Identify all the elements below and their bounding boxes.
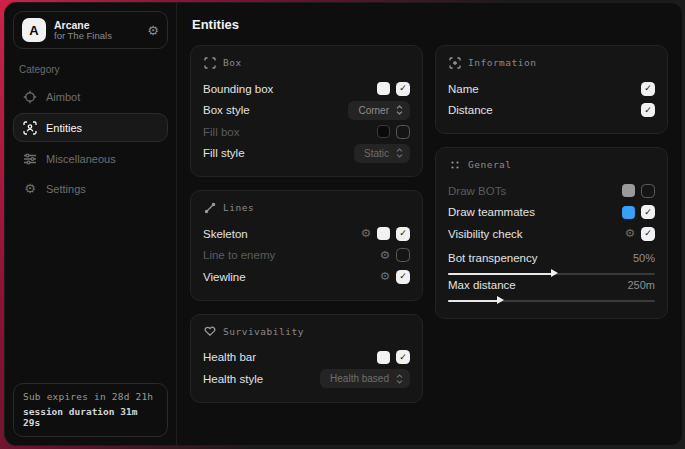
brand-gear-icon[interactable]: ⚙ <box>147 23 159 38</box>
color-swatch[interactable] <box>377 125 390 138</box>
category-label: Category <box>19 64 162 75</box>
color-swatch[interactable] <box>622 206 635 219</box>
max-distance-slider[interactable] <box>448 300 655 302</box>
crosshair-icon <box>23 90 37 104</box>
session-duration-text: session duration 31m 29s <box>23 406 158 428</box>
sidebar-item-settings[interactable]: ⚙ Settings <box>13 175 168 202</box>
box-corners-icon <box>203 56 216 69</box>
survivability-card: Survivability Health bar ✓ Health style <box>190 314 423 403</box>
setting-row-visibility-check: Visibility check ⚙ ✓ <box>448 223 655 245</box>
grid-dots-icon <box>448 158 461 171</box>
setting-row-health-style: Health style Health based <box>203 368 410 390</box>
brand-card: A Arcane for The Finals ⚙ <box>13 11 168 49</box>
entities-scan-icon <box>23 121 37 135</box>
page-title: Entities <box>192 17 668 32</box>
card-title: Information <box>468 57 536 68</box>
max-distance-value: 250m <box>627 279 655 291</box>
card-title: Survivability <box>223 326 304 337</box>
sliders-icon <box>23 152 37 166</box>
sidebar-item-label: Aimbot <box>46 91 80 103</box>
setting-row-fill-style: Fill style Static <box>203 143 410 165</box>
check-icon: ✓ <box>644 208 652 217</box>
check-icon: ✓ <box>644 84 652 93</box>
fill-box-checkbox[interactable] <box>396 125 410 139</box>
setting-row-viewline: Viewline ⚙ ✓ <box>203 266 410 288</box>
setting-row-fill-box: Fill box <box>203 121 410 143</box>
box-style-select[interactable]: Corner <box>348 101 410 120</box>
color-swatch[interactable] <box>377 227 390 240</box>
main-content: Entities Box Bounding box <box>177 3 682 445</box>
bot-transparency-value: 50% <box>633 252 655 264</box>
visibility-check-checkbox[interactable]: ✓ <box>641 227 655 241</box>
setting-row-skeleton: Skeleton ⚙ ✓ <box>203 223 410 245</box>
check-icon: ✓ <box>399 229 407 238</box>
health-style-select[interactable]: Health based <box>320 369 410 388</box>
sidebar-item-entities[interactable]: Entities <box>13 113 168 142</box>
select-chevron-icon <box>396 105 403 115</box>
box-card: Box Bounding box ✓ Box style Corn <box>190 45 423 177</box>
general-card: General Draw BOTs Draw teammates ✓ <box>435 147 668 319</box>
information-card: Information Name ✓ Distance ✓ <box>435 45 668 134</box>
check-icon: ✓ <box>399 353 407 362</box>
check-icon: ✓ <box>644 106 652 115</box>
slider-fill[interactable] <box>448 300 498 302</box>
sidebar-item-label: Entities <box>46 122 82 134</box>
viewline-checkbox[interactable]: ✓ <box>396 270 410 284</box>
card-title: Lines <box>223 202 254 213</box>
max-distance-slider-group: Max distance 250m <box>448 279 655 302</box>
card-title: General <box>468 159 512 170</box>
right-column: Information Name ✓ Distance ✓ <box>435 45 668 319</box>
sidebar-item-miscellaneous[interactable]: Miscellaneous <box>13 145 168 172</box>
app-name: Arcane <box>54 19 112 31</box>
health-bar-checkbox[interactable]: ✓ <box>396 350 410 364</box>
setting-row-bounding-box: Bounding box ✓ <box>203 78 410 100</box>
setting-row-draw-bots: Draw BOTs <box>448 180 655 202</box>
app-logo: A <box>22 18 46 42</box>
color-swatch[interactable] <box>377 351 390 364</box>
gear-icon: ⚙ <box>23 182 37 196</box>
line-to-enemy-checkbox[interactable] <box>396 248 410 262</box>
lines-card: Lines Skeleton ⚙ ✓ Line to enemy ⚙ <box>190 190 423 301</box>
setting-row-box-style: Box style Corner <box>203 100 410 122</box>
gear-icon[interactable]: ⚙ <box>380 250 390 262</box>
setting-row-draw-teammates: Draw teammates ✓ <box>448 202 655 224</box>
sidebar-item-label: Miscellaneous <box>46 153 116 165</box>
slider-fill[interactable] <box>448 273 552 275</box>
sidebar-item-aimbot[interactable]: Aimbot <box>13 83 168 110</box>
subscription-status-card: Sub expires in 28d 21h session duration … <box>13 383 168 437</box>
bot-transparency-slider[interactable] <box>448 273 655 275</box>
check-icon: ✓ <box>644 229 652 238</box>
distance-checkbox[interactable]: ✓ <box>641 103 655 117</box>
heart-icon <box>203 325 216 338</box>
bounding-box-checkbox[interactable]: ✓ <box>396 82 410 96</box>
setting-row-line-to-enemy: Line to enemy ⚙ <box>203 245 410 267</box>
sidebar-item-label: Settings <box>46 183 86 195</box>
diagonal-line-icon <box>203 201 216 214</box>
name-checkbox[interactable]: ✓ <box>641 82 655 96</box>
color-swatch[interactable] <box>622 184 635 197</box>
select-chevron-icon <box>396 374 403 384</box>
sidebar-nav: Aimbot Entities Miscella <box>13 83 168 202</box>
color-swatch[interactable] <box>377 82 390 95</box>
check-icon: ✓ <box>399 272 407 281</box>
app-subtitle: for The Finals <box>54 31 112 42</box>
check-icon: ✓ <box>399 84 407 93</box>
gear-icon[interactable]: ⚙ <box>625 228 635 240</box>
skeleton-checkbox[interactable]: ✓ <box>396 227 410 241</box>
card-title: Box <box>223 57 242 68</box>
draw-teammates-checkbox[interactable]: ✓ <box>641 205 655 219</box>
info-scan-icon <box>448 56 461 69</box>
left-column: Box Bounding box ✓ Box style Corn <box>190 45 423 403</box>
setting-row-distance: Distance ✓ <box>448 100 655 122</box>
gear-icon[interactable]: ⚙ <box>380 271 390 283</box>
sub-expiry-text: Sub expires in 28d 21h <box>23 391 158 402</box>
setting-row-health-bar: Health bar ✓ <box>203 347 410 369</box>
sidebar: A Arcane for The Finals ⚙ Category Aimbo… <box>5 3 177 445</box>
bot-transparency-slider-group: Bot transpenency 50% <box>448 252 655 275</box>
draw-bots-checkbox[interactable] <box>641 184 655 198</box>
gear-icon[interactable]: ⚙ <box>361 228 371 240</box>
setting-row-name: Name ✓ <box>448 78 655 100</box>
app-window: A Arcane for The Finals ⚙ Category Aimbo… <box>4 2 683 446</box>
select-chevron-icon <box>396 148 403 158</box>
fill-style-select[interactable]: Static <box>354 144 410 163</box>
